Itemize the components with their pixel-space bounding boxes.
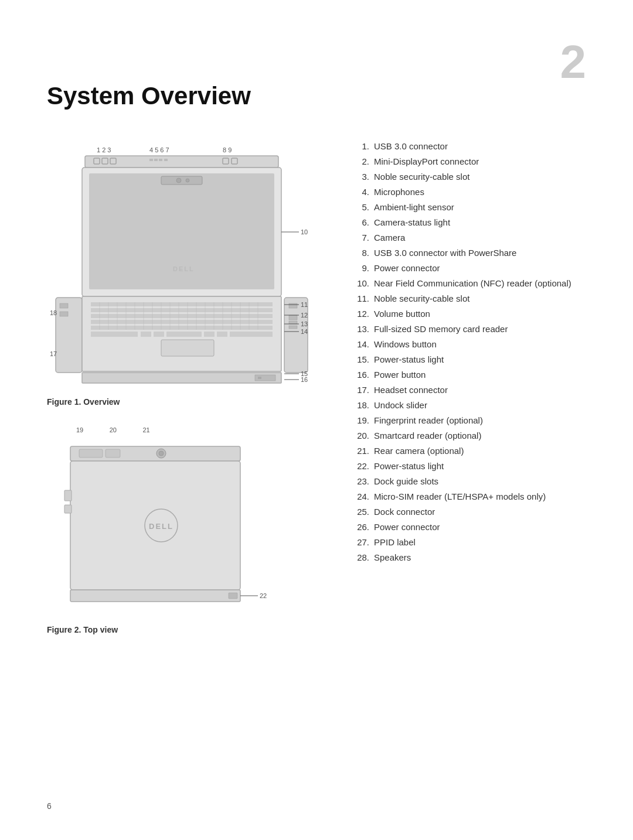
item-number: 20.	[352, 429, 369, 443]
svg-rect-60	[289, 303, 297, 308]
list-item: 11.Noble security-cable slot	[352, 292, 586, 306]
item-number: 8.	[352, 246, 369, 260]
svg-rect-27	[91, 302, 273, 306]
item-number: 21.	[352, 444, 369, 458]
item-number: 23.	[352, 474, 369, 489]
figure2-caption: Figure 2. Top view	[47, 625, 328, 634]
svg-text:18: 18	[50, 309, 57, 316]
svg-rect-51	[91, 332, 138, 337]
item-text: Dock connector	[374, 505, 435, 519]
fig2-label-21: 21	[142, 426, 149, 433]
list-item: 10.Near Field Communication (NFC) reader…	[352, 276, 586, 291]
item-number: 27.	[352, 535, 369, 549]
item-text: Power connector	[374, 520, 440, 534]
svg-point-17	[186, 179, 189, 182]
list-item: 17.Headset connector	[352, 383, 586, 397]
item-number: 24.	[352, 490, 369, 504]
item-number: 12.	[352, 307, 369, 321]
svg-rect-55	[204, 332, 215, 337]
svg-text:16: 16	[301, 376, 308, 383]
figure2-svg: DELL 22	[47, 438, 275, 619]
item-text: Ambient-light sensor	[374, 200, 454, 214]
svg-rect-8	[154, 159, 158, 161]
list-item: 12.Volume button	[352, 307, 586, 321]
list-item: 18.Undock slider	[352, 398, 586, 412]
svg-rect-81	[106, 449, 120, 457]
list-item: 6.Camera-status light	[352, 216, 586, 230]
list-item: 19.Fingerprint reader (optional)	[352, 414, 586, 428]
fig2-label-20: 20	[110, 426, 117, 433]
svg-text:22: 22	[260, 592, 267, 599]
list-item: 23.Dock guide slots	[352, 474, 586, 489]
svg-rect-52	[141, 332, 151, 337]
list-item: 13.Full-sized SD memory card reader	[352, 322, 586, 336]
svg-rect-58	[161, 340, 214, 356]
page-title: System Overview	[47, 82, 586, 110]
item-text: Microphones	[374, 185, 424, 199]
item-number: 17.	[352, 383, 369, 397]
svg-rect-7	[149, 159, 153, 161]
item-text: Noble security-cable slot	[374, 170, 469, 184]
list-item: 20.Smartcard reader (optional)	[352, 429, 586, 443]
item-number: 2.	[352, 155, 369, 169]
items-column: 1.USB 3.0 connector2.Mini-DisplayPort co…	[352, 139, 586, 566]
svg-text:17: 17	[50, 350, 57, 357]
items-list: 1.USB 3.0 connector2.Mini-DisplayPort co…	[352, 139, 586, 565]
svg-text:10: 10	[301, 228, 308, 235]
item-text: Rear camera (optional)	[374, 444, 464, 458]
svg-rect-59	[284, 298, 308, 373]
svg-rect-62	[289, 321, 297, 324]
item-number: 19.	[352, 414, 369, 428]
list-item: 4.Microphones	[352, 185, 586, 199]
svg-rect-85	[64, 490, 72, 501]
list-item: 8.USB 3.0 connector with PowerShare	[352, 246, 586, 260]
item-text: Undock slider	[374, 398, 427, 412]
item-text: USB 3.0 connector	[374, 139, 448, 153]
svg-rect-3	[85, 156, 278, 168]
item-number: 4.	[352, 185, 369, 199]
item-number: 28.	[352, 551, 369, 565]
svg-text:4 5 6 7: 4 5 6 7	[149, 146, 169, 153]
svg-text:1 2 3: 1 2 3	[97, 146, 111, 153]
item-text: Power-status light	[374, 459, 444, 473]
svg-text:8 9: 8 9	[223, 146, 232, 153]
svg-rect-15	[161, 176, 202, 185]
list-item: 22.Power-status light	[352, 459, 586, 473]
list-item: 7.Camera	[352, 231, 586, 245]
item-number: 9.	[352, 261, 369, 275]
svg-rect-21	[56, 298, 82, 373]
item-number: 6.	[352, 216, 369, 230]
svg-point-83	[159, 451, 164, 456]
svg-rect-89	[70, 590, 240, 602]
item-number: 10.	[352, 276, 369, 291]
item-text: Power button	[374, 368, 426, 382]
list-item: 24.Micro-SIM reader (LTE/HSPA+ models on…	[352, 490, 586, 504]
list-item: 9.Power connector	[352, 261, 586, 275]
svg-rect-23	[60, 312, 68, 316]
item-number: 13.	[352, 322, 369, 336]
svg-rect-90	[229, 593, 237, 599]
list-item: 2.Mini-DisplayPort connector	[352, 155, 586, 169]
svg-text:DELL: DELL	[149, 522, 173, 531]
item-number: 1.	[352, 139, 369, 153]
item-text: Speakers	[374, 551, 411, 565]
list-item: 3.Noble security-cable slot	[352, 170, 586, 184]
item-number: 16.	[352, 368, 369, 382]
item-text: Camera-status light	[374, 216, 450, 230]
item-number: 25.	[352, 505, 369, 519]
item-text: Volume button	[374, 307, 430, 321]
svg-rect-63	[289, 326, 297, 329]
svg-rect-53	[154, 332, 164, 337]
svg-rect-61	[289, 315, 297, 320]
svg-rect-28	[91, 308, 273, 312]
list-item: 21.Rear camera (optional)	[352, 444, 586, 458]
item-text: Power-status light	[374, 353, 444, 367]
item-text: Noble security-cable slot	[374, 292, 469, 306]
figure2-container: 19 20 21	[47, 424, 328, 634]
item-text: Full-sized SD memory card reader	[374, 322, 508, 336]
item-text: Smartcard reader (optional)	[374, 429, 481, 443]
svg-rect-86	[64, 505, 72, 513]
item-number: 15.	[352, 353, 369, 367]
item-number: 26.	[352, 520, 369, 534]
item-text: Near Field Communication (NFC) reader (o…	[374, 276, 571, 291]
